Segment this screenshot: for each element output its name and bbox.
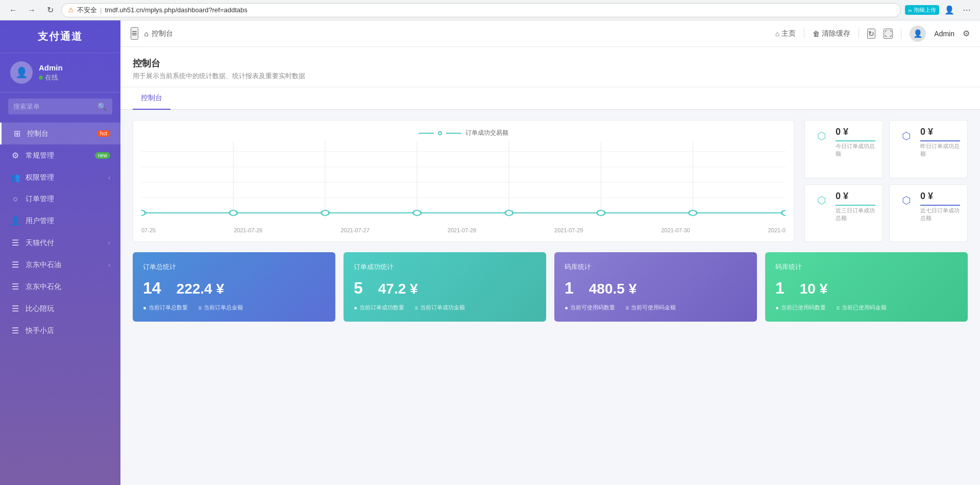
dot-icon-code-used: ● <box>775 304 779 311</box>
url-text: tmdf.uh51.cn/mplys.php/dashboard?ref=add… <box>105 6 247 14</box>
search-icon[interactable]: 🔍 <box>97 102 107 111</box>
status-text: 在线 <box>45 73 58 82</box>
tab-dashboard[interactable]: 控制台 <box>133 87 170 110</box>
stat-value-today: 0 ¥ <box>836 127 875 137</box>
sidebar-item-jd-chem[interactable]: ☰ 京东中石化 <box>0 276 120 298</box>
card-label-count-success: ● 当前订单成功数量 <box>354 304 404 311</box>
legend-dot <box>438 131 442 135</box>
stat-card-today: ⬡ 0 ¥ 今日订单成功总额 <box>804 120 883 178</box>
nav-label-bixin: 比心陪玩 <box>26 304 110 313</box>
dot-icon-success: ● <box>354 304 357 311</box>
breadcrumb-text: 控制台 <box>152 29 173 38</box>
top-header: ≡ ⌂ 控制台 ⌂ 主页 🗑 清除缓存 ↻ ⛶ 👤 <box>120 20 980 47</box>
nav-label-general: 常规管理 <box>26 151 90 160</box>
breadcrumb: ⌂ 控制台 <box>144 29 769 38</box>
username: Admin <box>39 63 110 72</box>
x-label-2: 2021-07-27 <box>340 227 369 233</box>
sidebar-item-users[interactable]: 👤 用户管理 <box>0 210 120 232</box>
home-button[interactable]: ⌂ 主页 <box>775 29 796 38</box>
header-username: Admin <box>934 30 954 38</box>
bixin-icon: ☰ <box>10 304 20 313</box>
user-info: Admin 在线 <box>39 63 110 82</box>
sidebar-search[interactable]: 🔍 <box>8 99 112 114</box>
card-labels-total: ● 当前订单总数量 ≡ 当前订单总金额 <box>143 304 325 311</box>
address-bar[interactable]: ⚠ 不安全 | tmdf.uh51.cn/mplys.php/dashboard… <box>61 3 901 17</box>
jd-oil-icon: ☰ <box>10 260 20 270</box>
sidebar-item-dashboard[interactable]: ⊞ 控制台 hot <box>0 123 120 144</box>
refresh-button[interactable]: ↻ <box>43 3 57 17</box>
orders-icon: ○ <box>10 195 20 204</box>
back-button[interactable]: ← <box>6 3 20 17</box>
hamburger-button[interactable]: ≡ <box>131 27 138 40</box>
header-divider-1 <box>804 29 804 39</box>
chart-legend: 订单成功交易额 <box>141 129 786 137</box>
sidebar-item-kuaishou[interactable]: ☰ 快手小店 <box>0 320 120 342</box>
extension-label: 泡椒上传 <box>914 6 936 14</box>
settings-icon[interactable]: ⚙ <box>963 29 970 38</box>
x-label-0: 07-25 <box>141 227 156 233</box>
sidebar-item-tmall[interactable]: ☰ 天猫代付 ‹ <box>0 232 120 254</box>
nav-label-jd-chem: 京东中石化 <box>26 282 110 292</box>
card-values-code-avail: 1 480.5 ¥ <box>565 279 747 298</box>
legend-line-2 <box>446 133 461 134</box>
dot-icon-code-avail: ● <box>565 304 568 311</box>
nav-label-kuaishou: 快手小店 <box>26 326 110 335</box>
search-input[interactable] <box>13 99 94 114</box>
stat-hex-3days: ⬡ <box>812 191 830 209</box>
nav-label-tmall: 天猫代付 <box>26 238 103 248</box>
x-label-3: 2021-07-28 <box>448 227 476 233</box>
sidebar-item-jd-oil[interactable]: ☰ 京东中石油 ‹ <box>0 254 120 276</box>
card-label-amount-code-avail: ≡ 当前可使用码金额 <box>625 304 676 311</box>
forward-button[interactable]: → <box>24 3 39 17</box>
header-divider-2 <box>859 29 859 39</box>
extension-icon: ∞ <box>908 7 912 13</box>
header-actions: ⌂ 主页 🗑 清除缓存 ↻ ⛶ 👤 Admin ⚙ <box>775 26 970 42</box>
sidebar-item-permissions[interactable]: 👥 权限管理 ‹ <box>0 166 120 188</box>
extension-badge[interactable]: ∞ 泡椒上传 <box>905 5 939 15</box>
legend-label: 订单成功交易额 <box>465 129 508 137</box>
security-warning-icon: ⚠ <box>68 6 74 14</box>
clear-cache-button[interactable]: 🗑 清除缓存 <box>813 29 850 38</box>
stat-info-today: 0 ¥ 今日订单成功总额 <box>836 127 875 158</box>
users-icon: 👤 <box>10 216 20 226</box>
card-values-total: 14 222.4 ¥ <box>143 279 325 298</box>
summary-card-total-orders: 订单总统计 14 222.4 ¥ ● 当前订单总数量 ≡ <box>133 252 335 322</box>
profile-button[interactable]: 👤 <box>942 3 957 17</box>
card-labels-success: ● 当前订单成功数量 ≡ 当前订单成功金额 <box>354 304 536 311</box>
browser-actions: ∞ 泡椒上传 👤 ⋯ <box>905 3 974 17</box>
brand-title: 支付通道 <box>0 30 120 43</box>
stat-card-7days: ⬡ 0 ¥ 近七日订单成功总额 <box>889 184 968 243</box>
tab-bar: 控制台 <box>120 87 980 110</box>
refresh-btn[interactable]: ↻ <box>867 29 875 39</box>
bar-icon-code-used: ≡ <box>836 304 840 311</box>
main-content: 控制台 用于展示当前系统中的统计数据、统计报表及重要实时数据 控制台 订单成功交… <box>120 47 980 485</box>
browser-chrome: ← → ↻ ⚠ 不安全 | tmdf.uh51.cn/mplys.php/das… <box>0 0 980 20</box>
nav-badge-hot: hot <box>97 130 110 137</box>
card-secondary-value-code-used: 10 ¥ <box>800 281 828 297</box>
fullscreen-button[interactable]: ⛶ <box>884 29 893 39</box>
sidebar-item-orders[interactable]: ○ 订单管理 <box>0 188 120 210</box>
card-labels-code-used: ● 当前已使用码数量 ≡ 当前已使用码金额 <box>775 304 958 311</box>
bar-icon-success: ≡ <box>414 304 418 311</box>
sidebar-item-bixin[interactable]: ☰ 比心陪玩 <box>0 298 120 320</box>
x-label-4: 2021-07-29 <box>554 227 583 233</box>
card-label-amount-code-used: ≡ 当前已使用码金额 <box>836 304 887 311</box>
nav-label-users: 用户管理 <box>26 216 110 226</box>
legend-line <box>419 133 434 134</box>
card-label-amount-success: ≡ 当前订单成功金额 <box>414 304 465 311</box>
jd-chem-icon: ☰ <box>10 282 20 292</box>
card-main-value-code-avail: 1 <box>565 279 574 298</box>
browser-menu-button[interactable]: ⋯ <box>960 3 974 17</box>
chart-container: 订单成功交易额 <box>133 120 794 242</box>
card-title-success: 订单成功统计 <box>354 262 536 272</box>
avatar: 👤 <box>10 61 33 84</box>
summary-card-code-available: 码库统计 1 480.5 ¥ ● 当前可使用码数量 ≡ <box>554 252 757 322</box>
card-main-value-success: 5 <box>354 279 363 298</box>
page-title: 控制台 <box>133 57 968 69</box>
stat-hex-today: ⬡ <box>812 127 830 145</box>
x-label-5: 2021-07-30 <box>661 227 690 233</box>
svg-point-14 <box>413 210 421 215</box>
card-title-code-avail: 码库统计 <box>565 262 747 272</box>
sidebar-item-general[interactable]: ⚙ 常规管理 new <box>0 144 120 166</box>
card-labels-code-avail: ● 当前可使用码数量 ≡ 当前可使用码金额 <box>565 304 747 311</box>
